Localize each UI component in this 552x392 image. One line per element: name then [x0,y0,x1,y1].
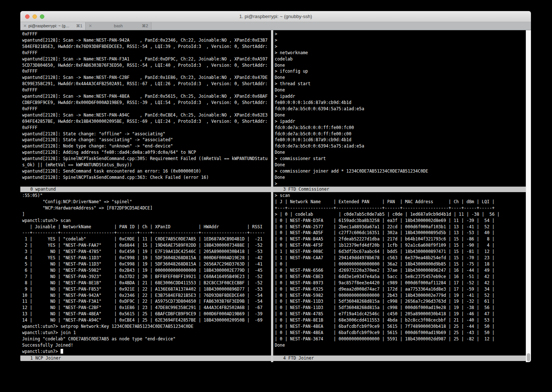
prompt-line: wpanctl:utun7> [22,348,271,355]
terminal-window: 1. pi@raspberrypi: ~ (gnubby-ssh) ✕ pi@r… [20,11,531,362]
tab-shortcut: ⌘1 [76,24,82,28]
scrollbar-thumb[interactable] [527,353,530,361]
tab-close-icon[interactable]: ✕ [23,24,27,28]
tab-label: bash [86,24,151,28]
pane-title-ftd-commissioner: 3 FTD Commissioner [273,187,526,192]
tab-shortcut: ⌘2 [142,24,148,28]
window-titlebar[interactable]: 1. pi@raspberrypi: ~ (gnubby-ssh) [20,11,531,22]
prompt-text: wpanctl:utun7> [22,349,61,354]
pane-wpantund-log[interactable]: 0xFFFFwpantund[2128]: Scan -> Name:NEST-… [22,31,271,187]
pane-divider[interactable] [271,30,273,362]
pane-ftd-commissioner[interactable]: >>>> networknamecodelabDone> ifconfig up… [275,31,526,187]
pane-title-wpantund: 0 wpantund [20,187,271,192]
ncp-joiner-output: :55:05)" "Config:NCP:DriverName" => "spi… [22,192,271,348]
pane-ftd-joiner[interactable]: > scan| J | Network Name | Extended PAN … [275,192,526,355]
tab-bar: ✕ pi@raspberrypi: ~ (g… ⌘1 ✕ bash ⌘2 [20,22,531,30]
pane-title-ftd-joiner: 4 FTD Joiner [273,355,526,361]
terminal-content: 0xFFFFwpantund[2128]: Scan -> Name:NEST-… [20,30,531,362]
tab-label: pi@raspberrypi: ~ (g… [28,24,73,28]
scrollbar[interactable] [526,30,531,362]
terminal-cursor [61,349,63,354]
pane-ncp-joiner[interactable]: :55:05)" "Config:NCP:DriverName" => "spi… [22,192,271,355]
pane-title-ncp-joiner: 1 NCP Joiner [20,355,271,361]
tab-bash[interactable]: ✕ bash ⌘2 [86,22,151,30]
window-title: 1. pi@raspberrypi: ~ (gnubby-ssh) [20,11,531,22]
tab-ssh-session[interactable]: ✕ pi@raspberrypi: ~ (g… ⌘1 [20,22,86,30]
